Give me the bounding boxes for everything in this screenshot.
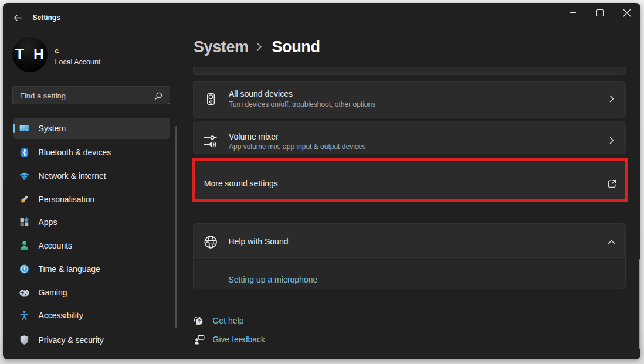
- svg-text:?: ?: [198, 318, 201, 324]
